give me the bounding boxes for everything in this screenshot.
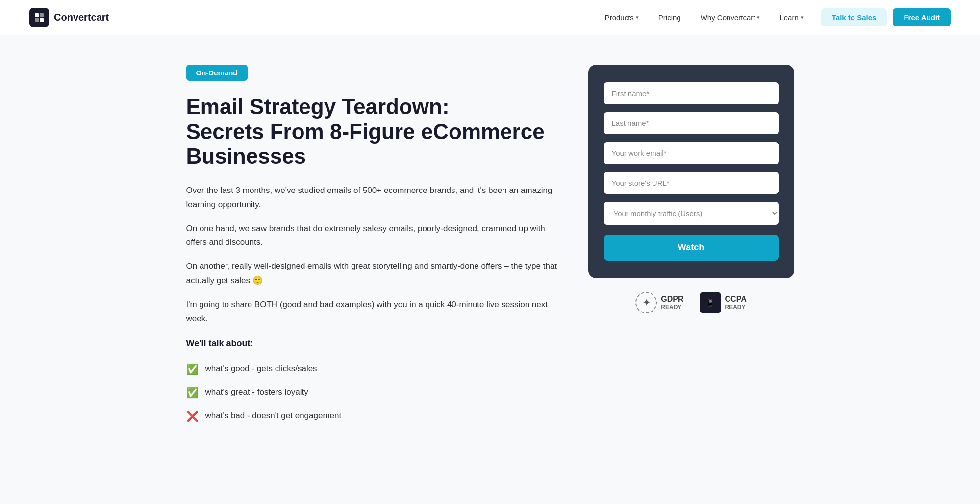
checklist: ✅ what's good - gets clicks/sales ✅ what… [186, 361, 559, 425]
form-card-wrapper: Your monthly traffic (Users) Less than 1… [588, 65, 794, 313]
talk-about-heading: We'll talk about: [186, 336, 559, 351]
nav-products-link[interactable]: Products ▾ [597, 9, 647, 25]
watch-button[interactable]: Watch [604, 235, 779, 261]
talk-to-sales-button[interactable]: Talk to Sales [821, 8, 887, 26]
paragraph-3: On another, really well-designed emails … [186, 260, 559, 288]
logo-text: Convertcart [54, 12, 109, 23]
form-card: Your monthly traffic (Users) Less than 1… [588, 65, 794, 278]
gdpr-icon: ✦ [635, 292, 657, 313]
store-url-field[interactable] [604, 172, 779, 194]
learn-chevron-icon: ▾ [801, 14, 804, 21]
nav-learn-link[interactable]: Learn ▾ [772, 9, 811, 25]
cross-icon-1: ❌ [186, 408, 199, 425]
email-field[interactable] [604, 142, 779, 164]
svg-rect-1 [40, 13, 44, 17]
check-icon-2: ✅ [186, 384, 199, 401]
nav-why-link[interactable]: Why Convertcart ▾ [693, 9, 768, 25]
checklist-item-1: ✅ what's good - gets clicks/sales [186, 361, 559, 378]
checklist-item-2: ✅ what's great - fosters loyalty [186, 384, 559, 401]
nav-pricing-link[interactable]: Pricing [651, 9, 689, 25]
paragraph-1: Over the last 3 months, we've studied em… [186, 184, 559, 212]
first-name-field[interactable] [604, 82, 779, 104]
checklist-item-3: ❌ what's bad - doesn't get engagement [186, 408, 559, 425]
paragraph-4: I'm going to share BOTH (good and bad ex… [186, 298, 559, 326]
free-audit-button[interactable]: Free Audit [893, 8, 951, 26]
navbar: Convertcart Products ▾ Pricing Why Conve… [0, 0, 980, 35]
ccpa-badge: 📱 CCPA READY [700, 292, 747, 313]
paragraph-2: On one hand, we saw brands that do extre… [186, 222, 559, 250]
main-content: On-Demand Email Strategy Teardown: Secre… [147, 35, 833, 454]
hero-content: On-Demand Email Strategy Teardown: Secre… [186, 65, 559, 425]
compliance-badges: ✦ GDPR READY 📱 CCPA READY [588, 292, 794, 313]
logo-link[interactable]: Convertcart [29, 8, 109, 27]
last-name-field[interactable] [604, 112, 779, 134]
svg-rect-0 [35, 13, 39, 17]
check-icon-1: ✅ [186, 361, 199, 378]
gdpr-badge: ✦ GDPR READY [635, 292, 683, 313]
why-chevron-icon: ▾ [757, 14, 760, 21]
on-demand-badge: On-Demand [186, 65, 248, 81]
ccpa-icon: 📱 [700, 292, 721, 313]
main-title: Email Strategy Teardown: Secrets From 8-… [186, 95, 559, 169]
logo-icon [29, 8, 49, 27]
products-chevron-icon: ▾ [636, 14, 639, 21]
nav-links: Products ▾ Pricing Why Convertcart ▾ Lea… [597, 9, 811, 25]
nav-cta-group: Talk to Sales Free Audit [821, 8, 951, 26]
traffic-select[interactable]: Your monthly traffic (Users) Less than 1… [604, 202, 779, 225]
svg-rect-2 [35, 18, 39, 22]
svg-rect-3 [40, 18, 44, 22]
main-body: Over the last 3 months, we've studied em… [186, 184, 559, 425]
